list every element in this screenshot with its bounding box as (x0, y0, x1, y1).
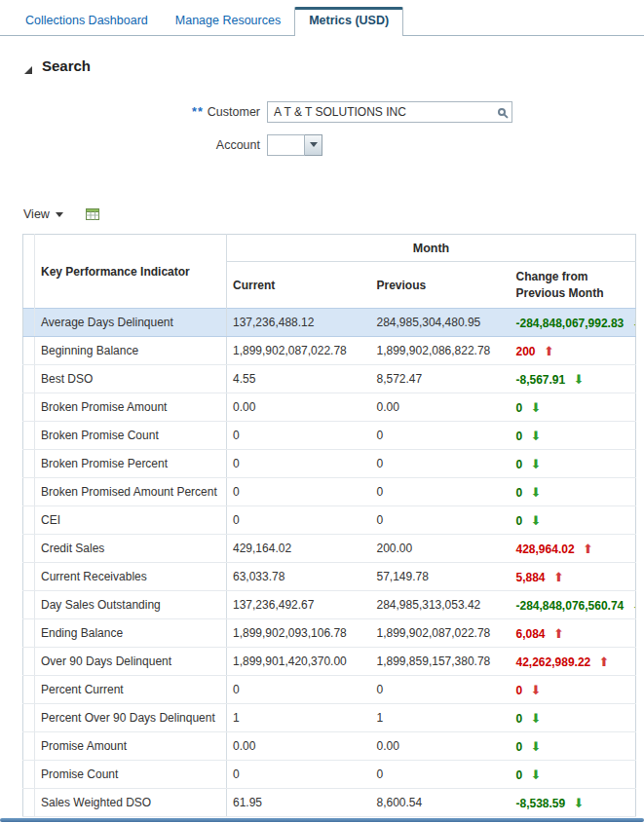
row-selector-cell[interactable] (23, 761, 35, 789)
previous-value-cell: 200.00 (371, 535, 511, 563)
kpi-cell: Percent Over 90 Days Delinquent (35, 704, 227, 732)
table-row[interactable]: Promise Count 0 0 0 ⬇ (23, 761, 636, 789)
previous-value-cell: 1,899,902,087,022.78 (371, 619, 511, 648)
table-row[interactable]: Promise Amount 0.00 0.00 0 ⬇ (23, 732, 636, 761)
kpi-cell: Promise Amount (35, 732, 227, 761)
table-row[interactable]: Current Receivables 63,033.78 57,149.78 … (23, 563, 636, 591)
row-selector-cell[interactable] (23, 732, 35, 761)
row-selector-cell[interactable] (23, 648, 35, 676)
kpi-cell: Broken Promised Amount Percent (35, 478, 227, 506)
change-value-cell: -284,848,076,560.74 ⬇ (511, 591, 636, 619)
row-selector-cell[interactable] (23, 704, 35, 732)
row-selector-cell[interactable] (23, 393, 35, 422)
kpi-cell: Sales Weighted DSO (35, 789, 227, 817)
kpi-table: Key Performance Indicator Month Current … (22, 234, 636, 817)
row-selector-cell[interactable] (23, 478, 35, 506)
table-row[interactable]: Sales Weighted DSO 61.95 8,600.54 -8,538… (23, 789, 636, 817)
previous-value-cell: 1,899,902,086,822.78 (371, 337, 511, 365)
required-marker: ** (192, 105, 204, 119)
current-column-header[interactable]: Current (227, 262, 371, 309)
previous-value-cell: 284,985,313,053.42 (371, 591, 511, 619)
change-value-cell: 0 ⬇ (511, 676, 636, 704)
row-selector-cell[interactable] (23, 506, 35, 535)
row-selector-cell[interactable] (23, 422, 35, 450)
table-row[interactable]: Broken Promise Count 0 0 0 ⬇ (23, 422, 636, 450)
change-value-cell: 6,084 ⬆ (511, 619, 636, 648)
change-value-cell: 0 ⬇ (511, 704, 636, 732)
kpi-cell: Beginning Balance (35, 337, 227, 365)
table-row[interactable]: CEI 0 0 0 ⬇ (23, 506, 636, 535)
previous-value-cell: 57,149.78 (371, 563, 511, 591)
previous-value-cell: 0.00 (371, 393, 511, 422)
change-value: 5,884 (516, 571, 546, 584)
row-selector-cell[interactable] (23, 535, 35, 563)
table-row[interactable]: Average Days Delinquent 137,236,488.12 2… (23, 309, 636, 337)
row-selector-cell[interactable] (23, 337, 35, 365)
trend-arrow-icon: ⬇ (531, 400, 542, 415)
change-value: -284,848,067,992.83 (516, 317, 625, 330)
row-selector-cell[interactable] (23, 450, 35, 478)
change-column-header[interactable]: Change from Previous Month (511, 262, 636, 309)
customer-label: **Customer (23, 105, 267, 119)
change-value-cell: 0 ⬇ (511, 450, 636, 478)
kpi-cell: Broken Promise Count (35, 422, 227, 450)
export-to-excel-icon[interactable] (85, 206, 100, 222)
current-value-cell: 0 (227, 761, 371, 789)
table-row[interactable]: Percent Current 0 0 0 ⬇ (23, 676, 636, 704)
tab[interactable]: Manage Resources (162, 8, 294, 35)
table-row[interactable]: Best DSO 4.55 8,572.47 -8,567.91 ⬇ (23, 365, 636, 393)
row-selector-cell[interactable] (23, 563, 35, 591)
previous-value-cell: 0 (371, 450, 511, 478)
table-row[interactable]: Credit Sales 429,164.02 200.00 428,964.0… (23, 535, 636, 563)
account-dropdown-button[interactable] (305, 134, 322, 156)
table-row[interactable]: Broken Promise Percent 0 0 0 ⬇ (23, 450, 636, 478)
trend-arrow-icon: ⬇ (574, 372, 585, 387)
table-row[interactable]: Beginning Balance 1,899,902,087,022.78 1… (23, 337, 636, 365)
change-value: -8,538.59 (516, 797, 566, 810)
change-value-cell: 0 ⬇ (511, 422, 636, 450)
tab[interactable]: Collections Dashboard (12, 8, 162, 35)
trend-arrow-icon: ⬆ (583, 542, 593, 556)
search-form: **Customer Account (23, 100, 644, 156)
customer-search-icon[interactable] (493, 104, 510, 120)
change-value-cell: 0 ⬇ (511, 761, 636, 789)
current-value-cell: 1 (227, 704, 371, 732)
trend-arrow-icon: ⬇ (574, 796, 585, 810)
view-menu-button[interactable]: View (23, 207, 63, 221)
previous-value-cell: 0 (371, 761, 511, 789)
table-row[interactable]: Over 90 Days Delinquent 1,899,901,420,37… (23, 648, 636, 676)
trend-arrow-icon: ⬆ (553, 570, 564, 584)
current-value-cell: 61.95 (227, 789, 371, 817)
table-row[interactable]: Broken Promise Amount 0.00 0.00 0 ⬇ (23, 393, 636, 422)
current-value-cell: 1,899,901,420,370.00 (227, 648, 371, 676)
current-value-cell: 4.55 (227, 365, 371, 393)
account-select[interactable] (267, 134, 322, 156)
kpi-table-container: Key Performance Indicator Month Current … (22, 234, 644, 817)
change-value-cell: -8,538.59 ⬇ (511, 789, 636, 817)
row-selector-cell[interactable] (23, 619, 35, 648)
trend-arrow-icon: ⬇ (531, 457, 542, 471)
row-selector-cell[interactable] (23, 789, 35, 817)
table-row[interactable]: Percent Over 90 Days Delinquent 1 1 0 ⬇ (23, 704, 636, 732)
horizontal-scrollbar-thumb[interactable] (0, 818, 644, 822)
customer-input[interactable] (267, 101, 512, 123)
trend-arrow-icon: ⬇ (531, 683, 542, 697)
table-row[interactable]: Broken Promised Amount Percent 0 0 0 ⬇ (23, 478, 636, 506)
current-value-cell: 0 (227, 676, 371, 704)
row-selector-cell[interactable] (23, 591, 35, 619)
trend-arrow-icon: ⬇ (531, 739, 542, 754)
kpi-cell: Over 90 Days Delinquent (35, 648, 227, 676)
row-selector-cell[interactable] (23, 365, 35, 393)
table-row[interactable]: Ending Balance 1,899,902,093,106.78 1,89… (23, 619, 636, 648)
account-select-value (267, 134, 305, 156)
previous-column-header[interactable]: Previous (371, 262, 511, 309)
tab[interactable]: Metrics (USD) (294, 7, 403, 36)
disclosure-triangle-icon[interactable] (23, 61, 33, 71)
row-selector-cell[interactable] (23, 676, 35, 704)
change-value: 200 (516, 345, 536, 358)
current-value-cell: 1,899,902,093,106.78 (227, 619, 371, 648)
table-row[interactable]: Day Sales Outstanding 137,236,492.67 284… (23, 591, 636, 619)
row-selector-cell[interactable] (23, 309, 35, 337)
kpi-cell: Best DSO (35, 365, 227, 393)
change-value: -284,848,076,560.74 (516, 599, 625, 613)
